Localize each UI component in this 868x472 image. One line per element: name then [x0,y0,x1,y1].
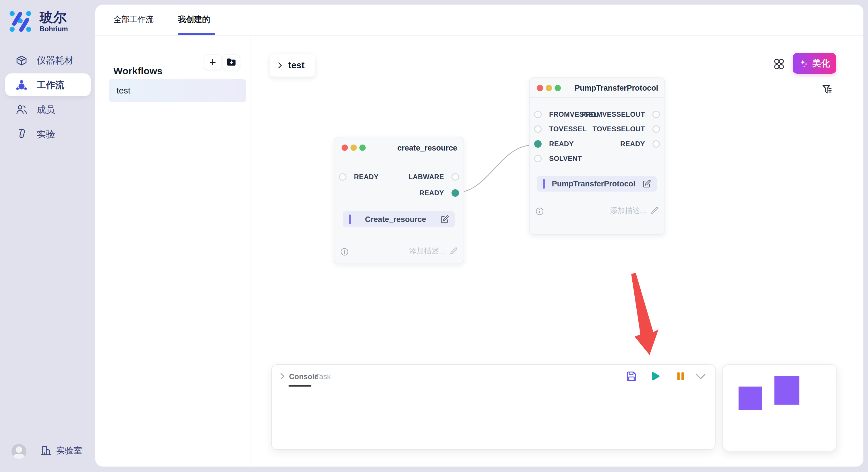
tab-created-by-me[interactable]: 我创建的 [178,5,210,34]
traffic-light-green[interactable] [360,144,366,151]
sidebar-nav: 仪器耗材 工作流 成员 [0,48,95,147]
bohrium-logo-icon [9,10,33,34]
info-icon[interactable] [535,207,544,216]
minimap-node-create-resource [739,386,762,410]
traffic-light-green[interactable] [555,85,561,91]
flask-icon [16,129,28,140]
minimap-node-pump-transfer [774,376,799,405]
node-title: create_resource [397,144,457,153]
node-title: PumpTransferProtocol [575,84,658,93]
output-port-ready[interactable]: READY [620,140,660,148]
input-port-ready[interactable]: READY [339,173,379,181]
output-port-ready[interactable]: READY [420,189,459,197]
port-circle[interactable] [534,111,541,118]
tab-console[interactable]: Console [289,372,319,381]
port-circle[interactable] [534,155,541,162]
workflow-list-item-test[interactable]: test [109,79,246,102]
traffic-light-yellow[interactable] [350,144,357,151]
node-action-button[interactable]: Create_resource [343,211,455,227]
workspace-label: 实验室 [56,445,82,457]
port-circle[interactable] [652,140,660,148]
info-icon[interactable] [340,247,349,256]
sidebar-item-label: 仪器耗材 [37,54,73,67]
sidebar-item-members[interactable]: 成员 [0,98,95,122]
node-pump-transfer-protocol[interactable]: PumpTransferProtocol FROMVESSEL FROMVESS… [529,77,665,235]
team-icon [16,79,28,91]
expand-chevron-icon[interactable] [278,372,287,381]
chevron-right-icon [276,61,284,70]
port-circle[interactable] [452,173,459,181]
plus-icon: + [209,57,216,68]
user-avatar[interactable] [11,444,26,459]
beautify-button[interactable]: 美化 [793,53,836,74]
description-placeholder[interactable]: 添加描述... [610,206,646,216]
workflow-item-name: test [117,86,130,96]
sidebar: 玻尔 Bohrium 仪器耗材 工作流 [0,0,95,472]
minimap[interactable] [722,364,837,451]
members-icon [16,104,28,116]
run-play-icon[interactable] [649,370,661,382]
sidebar-footer: 实验室 [0,444,95,461]
workflow-list-panel: Workflows + test [95,36,251,467]
header-tabs: 全部工作流 我创建的 [95,5,863,36]
sparkles-icon [799,59,809,68]
save-icon[interactable] [626,370,637,382]
console-tab-underline [288,385,311,386]
building-icon [40,444,52,457]
input-port-tovessel[interactable]: TOVESSEL [534,125,587,133]
apps-clover-icon[interactable] [773,58,785,71]
active-tab-underline [178,33,215,35]
sidebar-item-instruments[interactable]: 仪器耗材 [0,48,95,73]
tab-all-workflows[interactable]: 全部工作流 [113,5,154,34]
collapse-chevron-down-icon[interactable] [694,372,707,381]
traffic-light-yellow[interactable] [546,85,552,91]
port-circle[interactable] [534,125,541,133]
brand-logo: 玻尔 Bohrium [9,10,68,34]
folder-import-icon [226,58,237,67]
main-content: 全部工作流 我创建的 Workflows + test [95,5,863,467]
console-panel: Console Task [271,364,716,450]
pause-icon[interactable] [675,370,686,382]
sidebar-item-label: 实验 [37,128,55,141]
output-port-tovesselout[interactable]: TOVESSELOUT [592,125,660,133]
workspace-selector[interactable]: 实验室 [40,444,82,457]
sidebar-item-workflows[interactable]: 工作流 [0,73,95,98]
sidebar-item-label: 工作流 [37,79,64,92]
port-circle[interactable] [339,173,346,181]
box-icon [16,55,28,67]
port-circle-connected[interactable] [534,140,541,148]
filter-icon[interactable] [822,83,833,95]
pencil-icon[interactable] [650,206,659,215]
output-port-fromvesselout[interactable]: FROMVESSELOUT [582,110,660,119]
node-create-resource[interactable]: create_resource READY LABWARE READY Crea… [334,137,464,264]
breadcrumb-label: test [288,60,305,71]
brand-name-cn: 玻尔 [40,10,68,25]
action-label: Create_resource [351,215,440,224]
output-port-labware[interactable]: LABWARE [408,173,459,181]
pencil-icon[interactable] [449,247,458,256]
sidebar-item-experiments[interactable]: 实验 [0,122,95,147]
add-workflow-button[interactable]: + [204,55,221,70]
edit-icon[interactable] [642,179,651,188]
import-workflow-button[interactable] [223,55,240,70]
panel-title: Workflows [113,65,162,76]
beautify-label: 美化 [812,57,830,69]
port-circle[interactable] [652,111,660,118]
input-port-solvent[interactable]: SOLVENT [534,155,582,163]
port-circle-connected[interactable] [452,189,459,197]
tab-task[interactable]: Task [315,372,331,381]
input-port-ready[interactable]: READY [534,140,574,148]
app-root: 玻尔 Bohrium 仪器耗材 工作流 [0,0,868,472]
traffic-light-red[interactable] [342,144,348,151]
description-placeholder[interactable]: 添加描述... [409,246,445,256]
port-circle[interactable] [652,125,660,133]
traffic-light-red[interactable] [537,85,543,91]
node-action-button[interactable]: PumpTransferProtocol [537,176,657,192]
canvas-breadcrumb[interactable]: test [270,54,315,76]
action-label: PumpTransferProtocol [545,179,642,189]
sidebar-item-label: 成员 [37,103,55,116]
edit-icon[interactable] [440,215,449,224]
brand-name-en: Bohrium [40,25,68,33]
